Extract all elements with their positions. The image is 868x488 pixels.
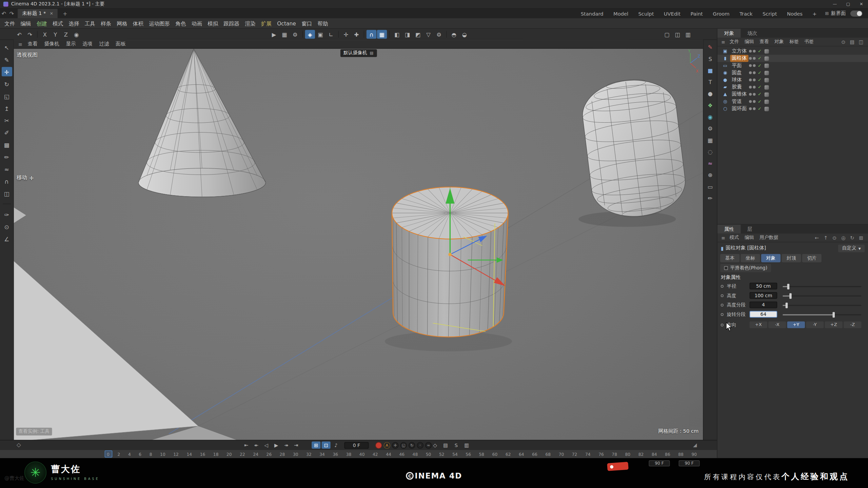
render-view-icon[interactable]: ▶ bbox=[269, 30, 279, 39]
toolbar-icon[interactable] bbox=[389, 31, 390, 38]
workplane-icon[interactable]: ∟ bbox=[326, 30, 336, 39]
simulation-icon[interactable]: ◉ bbox=[706, 113, 715, 121]
generator-icon[interactable]: ⚙ bbox=[706, 124, 715, 133]
ui-toggle-switch[interactable] bbox=[850, 11, 863, 17]
anim-dot[interactable] bbox=[721, 313, 724, 316]
om-menu-item[interactable]: 查看 bbox=[757, 38, 772, 45]
search-icon[interactable]: ⊙ bbox=[831, 235, 838, 240]
cube-primitive-icon[interactable]: ■ bbox=[706, 66, 715, 75]
next-frame-icon[interactable]: ↠ bbox=[282, 442, 291, 449]
attribute-tab[interactable]: 对象 bbox=[761, 254, 781, 262]
圆环面[interactable]: ○ 圆环面 ✓ bbox=[717, 105, 868, 112]
new-ui-button[interactable]: ⊞ 新界面 bbox=[822, 10, 849, 17]
enabled-check-icon[interactable]: ✓ bbox=[758, 84, 762, 91]
key-parameter-icon[interactable]: ◦ bbox=[417, 442, 423, 449]
make-editable-icon[interactable]: ↥ bbox=[1, 103, 12, 113]
phong-checkbox[interactable] bbox=[724, 266, 728, 270]
redo-icon[interactable]: ↷ bbox=[8, 9, 16, 18]
toolbar-icon[interactable] bbox=[338, 31, 339, 38]
filter-icon[interactable]: ▽ bbox=[423, 30, 433, 39]
magic-solo-icon[interactable]: ◈ bbox=[305, 30, 315, 39]
view-toggle-icon-3[interactable]: ◩ bbox=[413, 30, 423, 39]
om-menu-item[interactable]: 文件 bbox=[727, 38, 742, 45]
toolbar-icon[interactable] bbox=[446, 31, 447, 38]
layout-tab[interactable]: UVEdit bbox=[659, 11, 686, 16]
object-name[interactable]: 平面 bbox=[730, 62, 743, 69]
layout-tab[interactable]: Nodes bbox=[782, 11, 807, 16]
editor-visibility-dot[interactable] bbox=[749, 50, 752, 53]
editor-visibility-dot[interactable] bbox=[749, 72, 752, 74]
editor-visibility-dot[interactable] bbox=[749, 64, 752, 67]
radius-slider[interactable] bbox=[783, 286, 862, 287]
editor-visibility-dot[interactable] bbox=[749, 93, 752, 96]
anim-dot[interactable] bbox=[721, 323, 724, 326]
render-visibility-dot[interactable] bbox=[753, 72, 755, 74]
layout-tab[interactable]: Script bbox=[757, 11, 782, 16]
brush-icon[interactable]: ✏ bbox=[1, 152, 12, 162]
menu-item[interactable]: 扩展 bbox=[258, 18, 274, 28]
editor-visibility-dot[interactable] bbox=[749, 79, 752, 81]
mograph-icon[interactable]: ❖ bbox=[706, 101, 715, 109]
filter-icon[interactable]: ▤ bbox=[849, 39, 856, 44]
om-menu-icon[interactable]: ≡ bbox=[719, 39, 727, 44]
view-toggle-icon-2[interactable]: ◨ bbox=[402, 30, 412, 39]
enabled-check-icon[interactable]: ✓ bbox=[758, 47, 762, 55]
胶囊[interactable]: ▰ 胶囊 ✓ bbox=[717, 84, 868, 91]
layout-tab[interactable]: Paint bbox=[686, 11, 708, 16]
enabled-check-icon[interactable]: ✓ bbox=[758, 55, 762, 62]
menu-item[interactable]: 动画 bbox=[189, 18, 205, 28]
rotation-segments-input[interactable]: 64 bbox=[750, 311, 777, 318]
fcurve-icon[interactable]: S bbox=[452, 442, 460, 449]
toolbar-icon[interactable] bbox=[37, 31, 38, 38]
new-tab-button[interactable]: + bbox=[58, 11, 72, 17]
attribute-tab[interactable]: 切片 bbox=[802, 254, 822, 262]
enabled-check-icon[interactable]: ✓ bbox=[758, 69, 762, 76]
object-name[interactable]: 圆环面 bbox=[730, 105, 748, 112]
object-name[interactable]: 胶囊 bbox=[730, 84, 743, 91]
object-name[interactable]: 管道 bbox=[730, 98, 743, 105]
layout-single-icon[interactable]: ▢ bbox=[662, 30, 672, 39]
sound-icon[interactable]: ♪ bbox=[332, 442, 340, 449]
panel-tab[interactable]: 属性 bbox=[717, 225, 741, 233]
keyframe-selection-icon[interactable]: ◇ bbox=[431, 442, 439, 449]
smooth-icon[interactable]: ≈ bbox=[1, 164, 12, 174]
anim-dot[interactable] bbox=[721, 294, 724, 297]
grid-snap-icon[interactable]: ▦ bbox=[377, 30, 387, 39]
spline-icon[interactable]: S bbox=[706, 55, 715, 63]
phong-tag-icon[interactable] bbox=[765, 106, 769, 111]
y-axis-lock-button[interactable]: Y bbox=[51, 30, 60, 39]
圆柱体[interactable]: ▮ 圆柱体 ✓ bbox=[717, 55, 868, 62]
layout-tab[interactable]: Track bbox=[734, 11, 757, 16]
om-menu-item[interactable]: 标签 bbox=[787, 38, 802, 45]
up-icon[interactable]: ↑ bbox=[822, 235, 829, 240]
back-icon[interactable]: ← bbox=[813, 235, 820, 240]
anim-dot[interactable] bbox=[721, 304, 724, 306]
attr-menu-item[interactable]: 模式 bbox=[727, 234, 742, 241]
menu-item[interactable]: 运动图形 bbox=[146, 18, 173, 28]
viewport-menu-item[interactable]: 选项 bbox=[79, 40, 96, 47]
range-end-field[interactable]: 90 F bbox=[649, 460, 670, 466]
rotate-tool-icon[interactable]: ↻ bbox=[1, 79, 12, 88]
viewport-menu-item[interactable]: 显示 bbox=[62, 40, 79, 47]
phong-tag-icon[interactable] bbox=[765, 56, 769, 61]
key-rotation-icon[interactable]: ↻ bbox=[409, 442, 415, 449]
layout-panels-icon[interactable]: ▥ bbox=[683, 30, 693, 39]
pen-icon[interactable]: ✎ bbox=[1, 55, 12, 64]
attribute-tab[interactable]: 封顶 bbox=[782, 254, 801, 262]
isolate-icon[interactable]: ▣ bbox=[316, 30, 326, 39]
redo-icon[interactable]: ↷ bbox=[25, 30, 35, 39]
prev-key-icon[interactable]: ↞ bbox=[252, 442, 261, 449]
object-name[interactable]: 立方体 bbox=[730, 47, 748, 55]
rotation-segments-slider[interactable] bbox=[783, 314, 862, 315]
goto-start-icon[interactable]: ⇤ bbox=[242, 442, 251, 449]
render-visibility-dot[interactable] bbox=[753, 50, 755, 53]
scale-tool-icon[interactable]: ◱ bbox=[1, 91, 12, 101]
phong-tag-icon[interactable] bbox=[765, 92, 769, 97]
object-name[interactable]: 球体 bbox=[730, 76, 743, 83]
key-position-icon[interactable]: ✛ bbox=[392, 442, 399, 449]
panel-tab[interactable]: 对象 bbox=[717, 29, 741, 38]
menu-item[interactable]: 样条 bbox=[98, 18, 114, 28]
screen-icon[interactable]: ▭ bbox=[706, 183, 715, 191]
render-visibility-dot[interactable] bbox=[753, 93, 755, 96]
menu-item[interactable]: 工具 bbox=[82, 18, 98, 28]
